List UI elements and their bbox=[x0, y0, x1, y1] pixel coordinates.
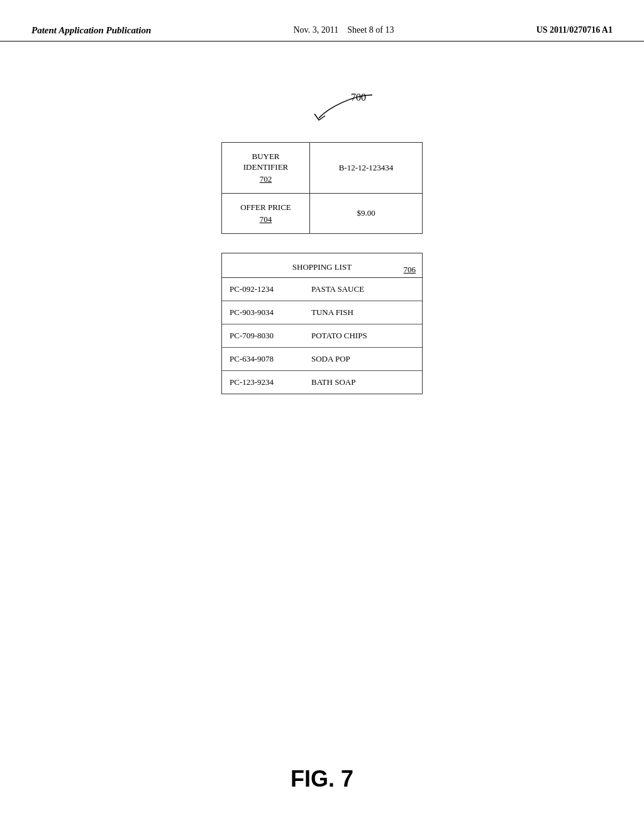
shopping-list-item: PC-123-9234BATH SOAP bbox=[222, 371, 422, 394]
item-name: TUNA FISH bbox=[311, 307, 353, 318]
figure-label: FIG. 7 bbox=[291, 766, 353, 792]
page-header: Patent Application Publication Nov. 3, 2… bbox=[0, 0, 644, 42]
shopping-list-item: PC-634-9078SODA POP bbox=[222, 348, 422, 371]
item-code: PC-903-9034 bbox=[230, 307, 299, 318]
shopping-list-table: SHOPPING LIST 706 PC-092-1234PASTA SAUCE… bbox=[221, 253, 423, 394]
shopping-items-container: PC-092-1234PASTA SAUCEPC-903-9034TUNA FI… bbox=[222, 278, 422, 394]
item-code: PC-123-9234 bbox=[230, 377, 299, 387]
info-table: BUYERIDENTIFIER 702 B-12-12-123434 OFFER… bbox=[221, 142, 423, 234]
shopping-list-title: SHOPPING LIST bbox=[292, 262, 352, 272]
item-code: PC-634-9078 bbox=[230, 354, 299, 364]
offer-price-row: OFFER PRICE 704 $9.00 bbox=[222, 194, 422, 233]
buyer-identifier-label-cell: BUYERIDENTIFIER 702 bbox=[222, 143, 310, 193]
item-code: PC-709-8030 bbox=[230, 331, 299, 341]
shopping-list-header: SHOPPING LIST 706 bbox=[222, 253, 422, 278]
item-name: SODA POP bbox=[311, 354, 350, 364]
offer-price-field-name: OFFER PRICE bbox=[240, 202, 291, 213]
shopping-list-item: PC-903-9034TUNA FISH bbox=[222, 301, 422, 324]
buyer-identifier-row: BUYERIDENTIFIER 702 B-12-12-123434 bbox=[222, 143, 422, 194]
offer-price-label-cell: OFFER PRICE 704 bbox=[222, 194, 310, 233]
header-left-text: Patent Application Publication bbox=[31, 25, 151, 36]
buyer-identifier-ref: 702 bbox=[260, 174, 272, 184]
item-name: POTATO CHIPS bbox=[311, 331, 367, 341]
buyer-identifier-field-name: BUYERIDENTIFIER bbox=[243, 152, 289, 173]
header-right-text: US 2011/0270716 A1 bbox=[536, 25, 613, 35]
offer-price-ref: 704 bbox=[260, 214, 272, 224]
item-name: PASTA SAUCE bbox=[311, 284, 364, 294]
header-date: Nov. 3, 2011 bbox=[293, 25, 338, 35]
header-sheet: Sheet 8 of 13 bbox=[347, 25, 394, 35]
buyer-identifier-value: B-12-12-123434 bbox=[310, 143, 422, 193]
item-code: PC-092-1234 bbox=[230, 284, 299, 294]
item-name: BATH SOAP bbox=[311, 377, 355, 387]
shopping-list-item: PC-709-8030POTATO CHIPS bbox=[222, 324, 422, 348]
shopping-list-ref: 706 bbox=[404, 265, 416, 275]
arrow-svg bbox=[291, 79, 404, 130]
annotation-area: 700 bbox=[228, 79, 416, 130]
shopping-list-item: PC-092-1234PASTA SAUCE bbox=[222, 278, 422, 301]
annotation-label-700: 700 bbox=[351, 92, 366, 103]
offer-price-value: $9.00 bbox=[310, 194, 422, 233]
main-content: 700 BUYERIDENTIFIER 702 B-12-12-123434 O… bbox=[0, 42, 644, 394]
header-center-text: Nov. 3, 2011 Sheet 8 of 13 bbox=[293, 25, 394, 35]
